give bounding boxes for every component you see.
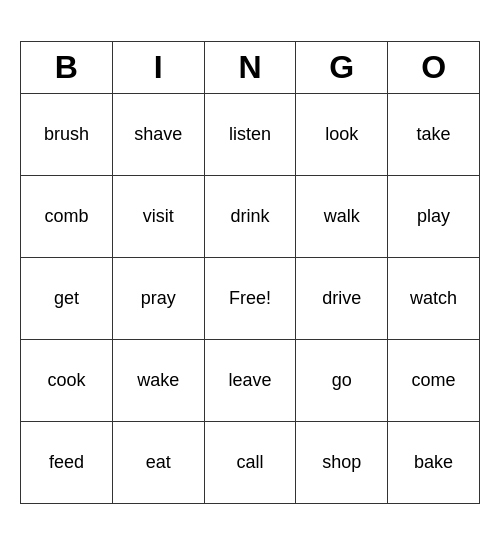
bingo-cell-3-4: come (388, 339, 480, 421)
bingo-cell-0-3: look (296, 93, 388, 175)
bingo-cell-4-0: feed (21, 421, 113, 503)
bingo-cell-1-0: comb (21, 175, 113, 257)
bingo-cell-2-4: watch (388, 257, 480, 339)
bingo-cell-4-1: eat (112, 421, 204, 503)
bingo-row-4: feedeatcallshopbake (21, 421, 480, 503)
header-col-i: I (112, 41, 204, 93)
bingo-cell-3-0: cook (21, 339, 113, 421)
bingo-cell-1-1: visit (112, 175, 204, 257)
bingo-cell-2-0: get (21, 257, 113, 339)
bingo-cell-1-4: play (388, 175, 480, 257)
bingo-row-1: combvisitdrinkwalkplay (21, 175, 480, 257)
bingo-row-0: brushshavelistenlooktake (21, 93, 480, 175)
bingo-cell-3-1: wake (112, 339, 204, 421)
bingo-cell-0-2: listen (204, 93, 296, 175)
bingo-cell-1-2: drink (204, 175, 296, 257)
bingo-cell-4-2: call (204, 421, 296, 503)
bingo-cell-3-3: go (296, 339, 388, 421)
bingo-row-2: getprayFree!drivewatch (21, 257, 480, 339)
bingo-cell-4-3: shop (296, 421, 388, 503)
bingo-cell-0-4: take (388, 93, 480, 175)
bingo-cell-2-1: pray (112, 257, 204, 339)
bingo-cell-3-2: leave (204, 339, 296, 421)
bingo-cell-1-3: walk (296, 175, 388, 257)
bingo-cell-0-1: shave (112, 93, 204, 175)
header-row: BINGO (21, 41, 480, 93)
header-col-b: B (21, 41, 113, 93)
header-col-g: G (296, 41, 388, 93)
header-col-o: O (388, 41, 480, 93)
bingo-cell-2-3: drive (296, 257, 388, 339)
bingo-card: BINGO brushshavelistenlooktakecombvisitd… (20, 41, 480, 504)
header-col-n: N (204, 41, 296, 93)
bingo-cell-0-0: brush (21, 93, 113, 175)
bingo-cell-4-4: bake (388, 421, 480, 503)
bingo-row-3: cookwakeleavegocome (21, 339, 480, 421)
bingo-cell-2-2: Free! (204, 257, 296, 339)
